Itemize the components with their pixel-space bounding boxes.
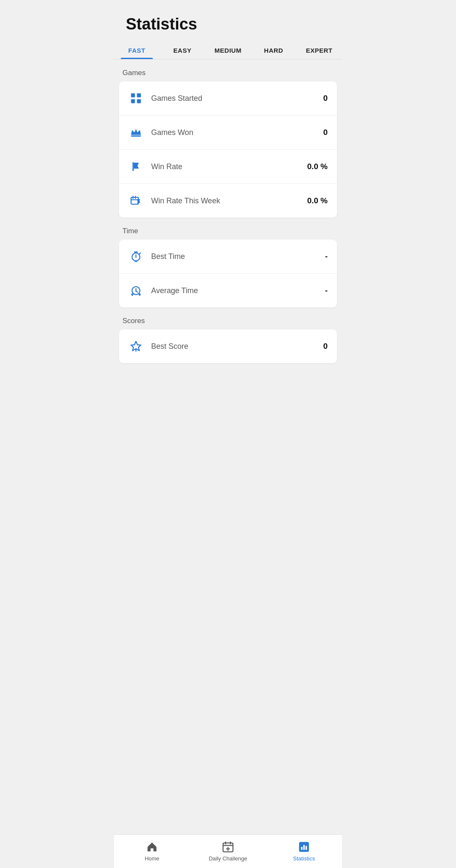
stat-row-average-time: Average Time -: [119, 274, 337, 307]
best-score-value: 0: [307, 342, 328, 351]
calendar-plus-icon: [222, 841, 234, 853]
best-time-value: -: [307, 252, 328, 261]
svg-rect-4: [131, 135, 141, 137]
svg-rect-6: [131, 197, 138, 204]
svg-rect-0: [131, 93, 135, 97]
win-rate-value: 0.0 %: [307, 162, 328, 171]
games-won-label: Games Won: [151, 128, 307, 137]
stat-row-games-won: Games Won 0: [119, 116, 337, 150]
home-icon: [146, 841, 158, 853]
win-rate-week-label: Win Rate This Week: [151, 197, 307, 205]
bottom-nav: Home Daily Challenge Statistics: [114, 834, 342, 868]
nav-statistics-label: Statistics: [293, 855, 315, 862]
time-section-label: Time: [114, 218, 342, 240]
tab-medium[interactable]: MEDIUM: [205, 42, 251, 59]
svg-rect-3: [137, 99, 141, 103]
svg-rect-30: [306, 846, 307, 850]
time-card: Best Time - Average Time -: [119, 240, 337, 307]
calendar-flag-icon: [128, 193, 144, 208]
difficulty-tabs: FAST EASY MEDIUM HARD EXPERT: [114, 38, 342, 59]
best-score-label: Best Score: [151, 342, 307, 351]
win-rate-week-value: 0.0 %: [307, 196, 328, 205]
svg-rect-5: [133, 162, 134, 171]
flag-icon: [128, 159, 144, 174]
svg-rect-29: [303, 845, 305, 850]
page-header: Statistics: [114, 0, 342, 38]
grid-icon: [128, 91, 144, 106]
crown-icon: [128, 125, 144, 140]
nav-daily-challenge-label: Daily Challenge: [209, 855, 247, 862]
stat-row-win-rate: Win Rate 0.0 %: [119, 150, 337, 184]
best-time-label: Best Time: [151, 252, 307, 261]
scores-card: Best Score 0: [119, 329, 337, 363]
clock-arrow-icon: [128, 283, 144, 298]
stat-row-win-rate-week: Win Rate This Week 0.0 %: [119, 184, 337, 218]
tab-easy[interactable]: EASY: [160, 42, 205, 59]
star-icon: [128, 339, 144, 354]
svg-line-15: [139, 253, 140, 254]
scores-section-label: Scores: [114, 307, 342, 329]
nav-item-home[interactable]: Home: [114, 835, 190, 868]
svg-rect-1: [137, 93, 141, 97]
tab-fast[interactable]: FAST: [114, 42, 160, 59]
bar-chart-icon: [298, 841, 310, 853]
stopwatch-icon: [128, 249, 144, 264]
tab-expert[interactable]: EXPERT: [296, 42, 342, 59]
win-rate-label: Win Rate: [151, 162, 307, 171]
nav-item-statistics[interactable]: Statistics: [266, 835, 342, 868]
games-started-value: 0: [307, 94, 328, 103]
average-time-label: Average Time: [151, 286, 307, 295]
svg-rect-28: [301, 847, 303, 850]
stat-row-best-time: Best Time -: [119, 240, 337, 274]
stat-row-games-started: Games Started 0: [119, 81, 337, 116]
stat-row-best-score: Best Score 0: [119, 329, 337, 363]
page-title: Statistics: [126, 15, 197, 33]
nav-item-daily-challenge[interactable]: Daily Challenge: [190, 835, 266, 868]
svg-rect-2: [131, 99, 135, 103]
games-section-label: Games: [114, 59, 342, 81]
games-won-value: 0: [307, 128, 328, 137]
games-started-label: Games Started: [151, 94, 307, 103]
svg-rect-10: [138, 199, 138, 204]
nav-home-label: Home: [145, 855, 160, 862]
tab-hard[interactable]: HARD: [251, 42, 296, 59]
games-card: Games Started 0 Games Won 0 Win Rate 0.0…: [119, 81, 337, 218]
average-time-value: -: [307, 286, 328, 295]
svg-line-18: [136, 291, 138, 292]
